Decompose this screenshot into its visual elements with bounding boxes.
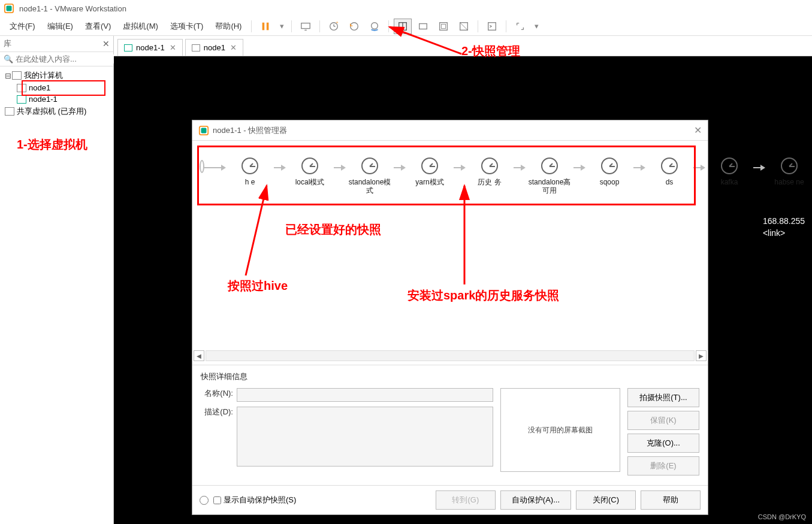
clock-icon [301, 157, 318, 174]
menu-help[interactable]: 帮助(H) [209, 19, 247, 34]
snapshot-node[interactable]: 历史 务 [466, 157, 514, 186]
auto-protect-checkbox[interactable] [213, 496, 221, 504]
timeline-arrow [394, 165, 406, 171]
window-titlebar: node1-1 - VMware Workstation [0, 0, 812, 17]
view-console-button[interactable] [483, 19, 501, 34]
close-dialog-button[interactable]: 关闭(C) [576, 490, 636, 510]
timeline-arrow [573, 165, 585, 171]
pause-icon [260, 21, 271, 32]
clock-icon [421, 157, 438, 174]
snapshot-desc-input[interactable] [237, 407, 493, 467]
snapshot-node[interactable]: local模式 [286, 157, 334, 186]
view-split-button[interactable] [394, 19, 412, 34]
clock-icon [200, 496, 209, 505]
send-ctrl-alt-del-button[interactable] [297, 19, 315, 34]
tree-root-label: 我的计算机 [24, 70, 63, 81]
scroll-track[interactable] [206, 350, 695, 361]
snapshot-node[interactable]: habse ne [765, 157, 812, 186]
svg-rect-1 [7, 6, 12, 11]
snapshot-node[interactable]: kafka [705, 157, 753, 186]
tab-node1[interactable]: node1 ✕ [185, 39, 243, 56]
clock-icon [601, 157, 618, 174]
clone-button[interactable]: 克隆(O)... [627, 434, 699, 453]
clock-icon [781, 157, 798, 174]
snapshot-take-button[interactable]: + [325, 19, 343, 34]
expander-icon[interactable]: ⊟ [5, 71, 12, 80]
auto-protect-button[interactable]: 自动保护(A)... [500, 490, 571, 510]
tree-root[interactable]: ⊟ 我的计算机 [0, 69, 113, 82]
search-input[interactable] [16, 54, 116, 63]
menu-file[interactable]: 文件(F) [4, 19, 41, 34]
snapshot-manager-dialog: node1-1 - 快照管理器 ✕ h elocal模式standalone模式… [192, 120, 708, 515]
split-view-icon [397, 21, 408, 32]
dropdown-button[interactable]: ▾ [277, 19, 286, 34]
snapshot-node[interactable]: standalone模式 [346, 157, 394, 195]
clock-icon [721, 157, 738, 174]
pause-button[interactable] [256, 19, 274, 34]
dialog-title-text: node1-1 - 快照管理器 [213, 125, 694, 136]
watermark: CSDN @DrKYQ [758, 513, 806, 520]
vm-icon [17, 84, 26, 92]
search-icon: 🔍 [4, 54, 13, 63]
snapshot-label: sqoop [600, 178, 620, 186]
dropdown-button-2[interactable]: ▾ [532, 19, 541, 34]
timeline-arrow [693, 165, 705, 171]
window-title: node1-1 - VMware Workstation [19, 4, 126, 13]
view-single-button[interactable] [414, 19, 432, 34]
auto-protect-checkbox-label[interactable]: 显示自动保护快照(S) [213, 495, 296, 505]
sidebar-title: 库 [4, 38, 11, 49]
tab-label: node1 [204, 43, 225, 52]
delete-button[interactable]: 删除(E) [627, 456, 699, 475]
tree-node1-1[interactable]: node1-1 [0, 93, 113, 105]
menubar: 文件(F) 编辑(E) 查看(V) 虚拟机(M) 选项卡(T) 帮助(H) ▾ … [0, 17, 812, 36]
view-stretch-button[interactable] [511, 19, 529, 34]
snapshot-timeline-area: h elocal模式standalone模式yarn模式历史 务standalo… [192, 141, 708, 350]
dialog-footer: 显示自动保护快照(S) 转到(G) 自动保护(A)... 关闭(C) 帮助 [192, 485, 708, 514]
timeline-arrow [633, 165, 645, 171]
goto-button[interactable]: 转到(G) [436, 490, 496, 510]
menu-view[interactable]: 查看(V) [79, 19, 117, 34]
tab-label: node1-1 [136, 43, 165, 52]
scroll-left-button[interactable]: ◄ [194, 350, 204, 361]
snapshot-node[interactable]: ds [645, 157, 693, 186]
menu-edit[interactable]: 编辑(E) [41, 19, 79, 34]
svg-rect-21 [201, 128, 207, 133]
tree-node1-1-label: node1-1 [29, 95, 58, 104]
snapshot-label: kafka [721, 178, 738, 186]
snapshot-node[interactable]: sqoop [585, 157, 633, 186]
details-title: 快照详细信息 [201, 371, 699, 382]
auto-protect-label: 显示自动保护快照(S) [224, 495, 296, 505]
tab-close-button[interactable]: ✕ [230, 43, 237, 52]
snapshot-name-input[interactable] [237, 388, 493, 402]
tab-close-button[interactable]: ✕ [170, 43, 176, 52]
computer-icon [12, 71, 22, 80]
tree-node1[interactable]: node1 [0, 82, 113, 93]
menu-vm[interactable]: 虚拟机(M) [117, 19, 164, 34]
keep-button[interactable]: 保留(K) [627, 411, 699, 430]
take-snapshot-button[interactable]: 拍摄快照(T)... [627, 388, 699, 407]
menu-tabs[interactable]: 选项卡(T) [164, 19, 210, 34]
snapshot-label: standalone模式 [346, 178, 394, 195]
tab-node1-1[interactable]: node1-1 ✕ [117, 39, 183, 56]
scroll-right-button[interactable]: ► [696, 350, 707, 361]
snapshot-manager-button[interactable] [366, 19, 384, 34]
unity-icon [458, 21, 469, 32]
vm-console-text: 168.88.255 <link> [763, 216, 805, 239]
snapshot-node[interactable]: standalone高可用 [526, 157, 573, 195]
app-logo-icon [198, 125, 209, 136]
sidebar-close-button[interactable]: ✕ [102, 39, 110, 49]
snapshot-node[interactable]: h e [226, 157, 274, 186]
clock-icon [661, 157, 678, 174]
snapshot-node[interactable]: yarn模式 [406, 157, 454, 186]
tree-shared-label: 共享虚拟机 (已弃用) [17, 106, 86, 117]
view-fullscreen-button[interactable] [434, 19, 452, 34]
toolbar-separator [319, 20, 320, 32]
dialog-close-button[interactable]: ✕ [694, 125, 702, 136]
snapshot-revert-button[interactable] [345, 19, 363, 34]
help-button[interactable]: 帮助 [641, 490, 701, 510]
view-unity-button[interactable] [455, 19, 473, 34]
single-view-icon [418, 21, 428, 32]
tree-shared[interactable]: 共享虚拟机 (已弃用) [0, 105, 113, 118]
shared-icon [5, 107, 14, 116]
svg-point-10 [351, 22, 358, 30]
